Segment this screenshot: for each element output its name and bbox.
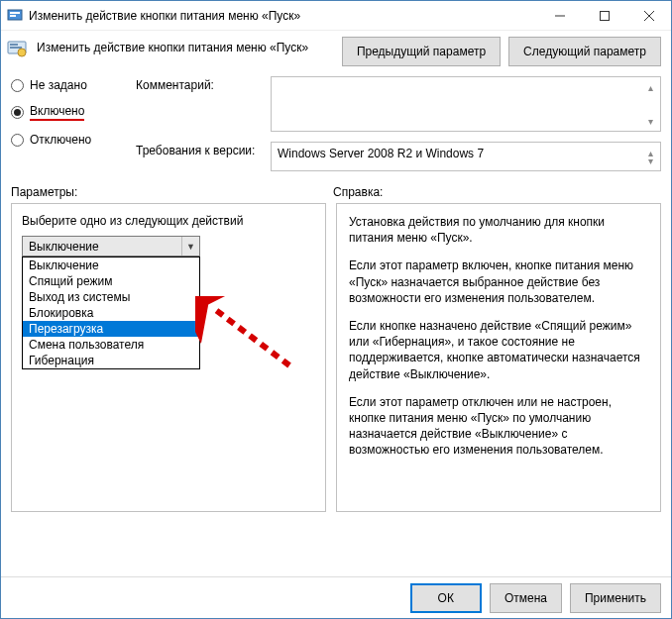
radio-icon xyxy=(11,134,24,147)
state-radios: Не задано Включено Отключено xyxy=(11,76,130,171)
options-panel: Выберите одно из следующих действий Выкл… xyxy=(11,203,326,512)
ok-button[interactable]: ОК xyxy=(410,583,482,613)
nav-buttons: Предыдущий параметр Следующий параметр xyxy=(342,37,661,66)
help-label: Справка: xyxy=(333,185,661,199)
supported-textbox: Windows Server 2008 R2 и Windows 7 ▴ ▾ xyxy=(271,142,661,171)
window-title: Изменить действие кнопки питания меню «П… xyxy=(29,9,537,23)
radio-label: Не задано xyxy=(30,78,87,92)
apply-button[interactable]: Применить xyxy=(570,583,661,613)
maximize-button[interactable] xyxy=(582,1,626,30)
titlebar: Изменить действие кнопки питания меню «П… xyxy=(1,1,671,31)
section-labels: Параметры: Справка: xyxy=(1,171,671,203)
help-paragraph: Установка действия по умолчанию для кноп… xyxy=(349,214,648,246)
dropdown-item[interactable]: Спящий режим xyxy=(23,273,199,289)
svg-rect-4 xyxy=(600,11,609,20)
scroll-down-icon[interactable]: ▾ xyxy=(642,153,658,168)
dropdown-item[interactable]: Выключение xyxy=(23,258,199,273)
header-title: Изменить действие кнопки питания меню «П… xyxy=(37,37,332,54)
comment-label: Комментарий: xyxy=(136,76,265,132)
action-dropdown: Выключение Спящий режим Выход из системы… xyxy=(22,257,200,369)
window-controls xyxy=(537,1,671,30)
cancel-button[interactable]: Отмена xyxy=(490,583,562,613)
radio-not-configured[interactable]: Не задано xyxy=(11,78,130,92)
options-label: Параметры: xyxy=(11,185,333,199)
radio-icon xyxy=(11,106,24,119)
radio-disabled[interactable]: Отключено xyxy=(11,133,130,147)
supported-text: Windows Server 2008 R2 и Windows 7 xyxy=(278,147,484,160)
maximize-icon xyxy=(600,11,610,21)
combobox-value: Выключение xyxy=(23,240,181,254)
dialog-footer: ОК Отмена Применить xyxy=(1,576,671,618)
previous-setting-button[interactable]: Предыдущий параметр xyxy=(342,37,501,66)
svg-rect-1 xyxy=(10,12,20,14)
close-button[interactable] xyxy=(626,1,671,30)
radio-label: Включено xyxy=(30,104,84,121)
supported-label: Требования к версии: xyxy=(136,142,265,171)
dropdown-item[interactable]: Перезагрузка xyxy=(23,321,199,337)
panels: Выберите одно из следующих действий Выкл… xyxy=(1,203,671,512)
settings-grid: Не задано Включено Отключено Комментарий… xyxy=(1,76,671,171)
dropdown-item[interactable]: Блокировка xyxy=(23,305,199,321)
options-prompt: Выберите одно из следующих действий xyxy=(22,214,315,228)
header-row: Изменить действие кнопки питания меню «П… xyxy=(1,31,671,76)
action-combobox[interactable]: Выключение ▼ xyxy=(22,236,200,257)
radio-enabled[interactable]: Включено xyxy=(11,104,130,121)
help-paragraph: Если этот параметр отключен или не настр… xyxy=(349,394,648,459)
app-icon xyxy=(7,8,23,24)
minimize-icon xyxy=(555,11,565,21)
svg-point-10 xyxy=(18,49,26,56)
help-panel: Установка действия по умолчанию для кноп… xyxy=(336,203,661,512)
minimize-button[interactable] xyxy=(537,1,582,30)
dropdown-item[interactable]: Смена пользователя xyxy=(23,337,199,353)
radio-label: Отключено xyxy=(30,133,91,147)
help-paragraph: Если этот параметр включен, кнопке питан… xyxy=(349,258,648,306)
dropdown-item[interactable]: Выход из системы xyxy=(23,289,199,305)
comment-textbox[interactable]: ▴ ▾ xyxy=(271,76,661,132)
help-paragraph: Если кнопке назначено действие «Спящий р… xyxy=(349,318,648,382)
dropdown-item[interactable]: Гибернация xyxy=(23,353,199,368)
svg-rect-8 xyxy=(10,44,18,46)
close-icon xyxy=(644,11,654,21)
scroll-up-icon[interactable]: ▴ xyxy=(642,79,658,95)
scroll-down-icon[interactable]: ▾ xyxy=(642,113,658,129)
chevron-down-icon: ▼ xyxy=(181,237,199,256)
radio-icon xyxy=(11,79,24,92)
policy-icon xyxy=(7,39,27,58)
next-setting-button[interactable]: Следующий параметр xyxy=(508,37,661,66)
svg-rect-2 xyxy=(10,15,16,17)
svg-rect-9 xyxy=(10,47,22,49)
